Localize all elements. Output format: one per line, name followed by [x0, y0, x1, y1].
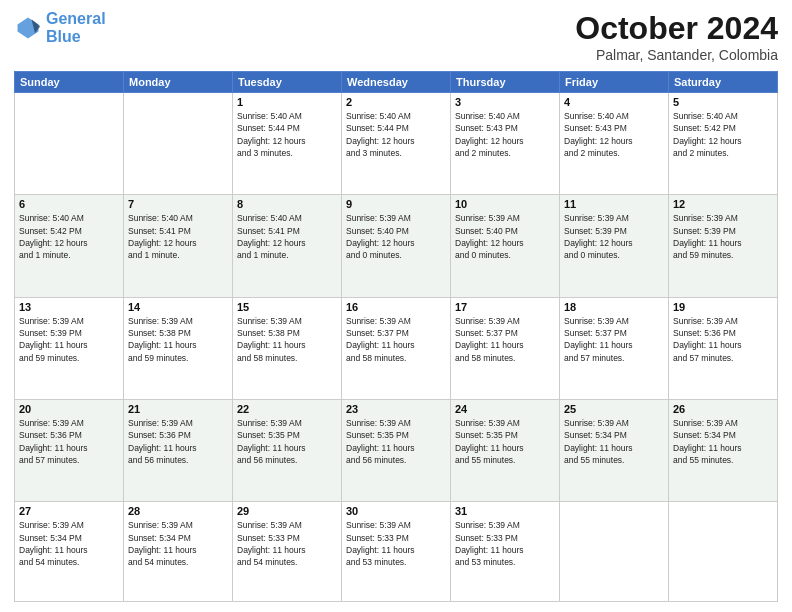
day-number: 10 — [455, 198, 555, 210]
day-number: 17 — [455, 301, 555, 313]
calendar-cell: 16Sunrise: 5:39 AM Sunset: 5:37 PM Dayli… — [342, 297, 451, 399]
calendar-cell: 4Sunrise: 5:40 AM Sunset: 5:43 PM Daylig… — [560, 93, 669, 195]
calendar-cell: 22Sunrise: 5:39 AM Sunset: 5:35 PM Dayli… — [233, 399, 342, 501]
calendar-week-row: 13Sunrise: 5:39 AM Sunset: 5:39 PM Dayli… — [15, 297, 778, 399]
day-info: Sunrise: 5:40 AM Sunset: 5:42 PM Dayligh… — [19, 212, 119, 261]
calendar-week-row: 6Sunrise: 5:40 AM Sunset: 5:42 PM Daylig… — [15, 195, 778, 297]
day-number: 28 — [128, 505, 228, 517]
day-number: 25 — [564, 403, 664, 415]
day-info: Sunrise: 5:39 AM Sunset: 5:37 PM Dayligh… — [455, 315, 555, 364]
day-info: Sunrise: 5:40 AM Sunset: 5:44 PM Dayligh… — [346, 110, 446, 159]
calendar-cell: 18Sunrise: 5:39 AM Sunset: 5:37 PM Dayli… — [560, 297, 669, 399]
day-info: Sunrise: 5:39 AM Sunset: 5:39 PM Dayligh… — [673, 212, 773, 261]
calendar-cell: 23Sunrise: 5:39 AM Sunset: 5:35 PM Dayli… — [342, 399, 451, 501]
calendar-cell: 11Sunrise: 5:39 AM Sunset: 5:39 PM Dayli… — [560, 195, 669, 297]
day-info: Sunrise: 5:39 AM Sunset: 5:38 PM Dayligh… — [128, 315, 228, 364]
calendar-cell: 6Sunrise: 5:40 AM Sunset: 5:42 PM Daylig… — [15, 195, 124, 297]
weekday-header-tuesday: Tuesday — [233, 72, 342, 93]
day-number: 16 — [346, 301, 446, 313]
calendar-cell: 27Sunrise: 5:39 AM Sunset: 5:34 PM Dayli… — [15, 502, 124, 602]
day-number: 18 — [564, 301, 664, 313]
day-number: 2 — [346, 96, 446, 108]
calendar-cell: 25Sunrise: 5:39 AM Sunset: 5:34 PM Dayli… — [560, 399, 669, 501]
day-number: 7 — [128, 198, 228, 210]
calendar-cell — [15, 93, 124, 195]
calendar-cell: 14Sunrise: 5:39 AM Sunset: 5:38 PM Dayli… — [124, 297, 233, 399]
calendar-cell — [124, 93, 233, 195]
calendar-cell: 17Sunrise: 5:39 AM Sunset: 5:37 PM Dayli… — [451, 297, 560, 399]
day-number: 12 — [673, 198, 773, 210]
weekday-header-sunday: Sunday — [15, 72, 124, 93]
day-number: 14 — [128, 301, 228, 313]
header: General Blue October 2024 Palmar, Santan… — [14, 10, 778, 63]
logo-text: General Blue — [46, 10, 106, 45]
day-info: Sunrise: 5:40 AM Sunset: 5:42 PM Dayligh… — [673, 110, 773, 159]
day-number: 5 — [673, 96, 773, 108]
calendar-cell — [560, 502, 669, 602]
day-info: Sunrise: 5:40 AM Sunset: 5:43 PM Dayligh… — [564, 110, 664, 159]
day-info: Sunrise: 5:39 AM Sunset: 5:33 PM Dayligh… — [346, 519, 446, 568]
calendar-cell: 31Sunrise: 5:39 AM Sunset: 5:33 PM Dayli… — [451, 502, 560, 602]
calendar-cell: 8Sunrise: 5:40 AM Sunset: 5:41 PM Daylig… — [233, 195, 342, 297]
calendar-week-row: 27Sunrise: 5:39 AM Sunset: 5:34 PM Dayli… — [15, 502, 778, 602]
calendar-week-row: 1Sunrise: 5:40 AM Sunset: 5:44 PM Daylig… — [15, 93, 778, 195]
day-number: 31 — [455, 505, 555, 517]
title-block: October 2024 Palmar, Santander, Colombia — [575, 10, 778, 63]
day-info: Sunrise: 5:39 AM Sunset: 5:34 PM Dayligh… — [19, 519, 119, 568]
day-number: 9 — [346, 198, 446, 210]
day-info: Sunrise: 5:39 AM Sunset: 5:37 PM Dayligh… — [564, 315, 664, 364]
day-info: Sunrise: 5:39 AM Sunset: 5:33 PM Dayligh… — [455, 519, 555, 568]
calendar-cell — [669, 502, 778, 602]
weekday-header-monday: Monday — [124, 72, 233, 93]
calendar-cell: 29Sunrise: 5:39 AM Sunset: 5:33 PM Dayli… — [233, 502, 342, 602]
day-info: Sunrise: 5:39 AM Sunset: 5:36 PM Dayligh… — [673, 315, 773, 364]
calendar-cell: 13Sunrise: 5:39 AM Sunset: 5:39 PM Dayli… — [15, 297, 124, 399]
day-info: Sunrise: 5:39 AM Sunset: 5:35 PM Dayligh… — [346, 417, 446, 466]
calendar-cell: 24Sunrise: 5:39 AM Sunset: 5:35 PM Dayli… — [451, 399, 560, 501]
day-number: 4 — [564, 96, 664, 108]
day-number: 24 — [455, 403, 555, 415]
day-info: Sunrise: 5:39 AM Sunset: 5:37 PM Dayligh… — [346, 315, 446, 364]
calendar-cell: 9Sunrise: 5:39 AM Sunset: 5:40 PM Daylig… — [342, 195, 451, 297]
day-number: 3 — [455, 96, 555, 108]
day-info: Sunrise: 5:39 AM Sunset: 5:35 PM Dayligh… — [237, 417, 337, 466]
calendar-cell: 20Sunrise: 5:39 AM Sunset: 5:36 PM Dayli… — [15, 399, 124, 501]
day-info: Sunrise: 5:39 AM Sunset: 5:33 PM Dayligh… — [237, 519, 337, 568]
logo: General Blue — [14, 10, 106, 45]
calendar-body: 1Sunrise: 5:40 AM Sunset: 5:44 PM Daylig… — [15, 93, 778, 602]
weekday-header-row: SundayMondayTuesdayWednesdayThursdayFrid… — [15, 72, 778, 93]
page: General Blue October 2024 Palmar, Santan… — [0, 0, 792, 612]
day-number: 26 — [673, 403, 773, 415]
calendar-cell: 28Sunrise: 5:39 AM Sunset: 5:34 PM Dayli… — [124, 502, 233, 602]
calendar-cell: 26Sunrise: 5:39 AM Sunset: 5:34 PM Dayli… — [669, 399, 778, 501]
calendar-cell: 15Sunrise: 5:39 AM Sunset: 5:38 PM Dayli… — [233, 297, 342, 399]
day-number: 21 — [128, 403, 228, 415]
day-info: Sunrise: 5:40 AM Sunset: 5:44 PM Dayligh… — [237, 110, 337, 159]
day-number: 27 — [19, 505, 119, 517]
weekday-header-wednesday: Wednesday — [342, 72, 451, 93]
day-number: 20 — [19, 403, 119, 415]
calendar-cell: 10Sunrise: 5:39 AM Sunset: 5:40 PM Dayli… — [451, 195, 560, 297]
day-info: Sunrise: 5:39 AM Sunset: 5:40 PM Dayligh… — [455, 212, 555, 261]
day-number: 6 — [19, 198, 119, 210]
day-info: Sunrise: 5:40 AM Sunset: 5:43 PM Dayligh… — [455, 110, 555, 159]
calendar-cell: 7Sunrise: 5:40 AM Sunset: 5:41 PM Daylig… — [124, 195, 233, 297]
month-title: October 2024 — [575, 10, 778, 47]
location: Palmar, Santander, Colombia — [575, 47, 778, 63]
calendar-cell: 3Sunrise: 5:40 AM Sunset: 5:43 PM Daylig… — [451, 93, 560, 195]
day-info: Sunrise: 5:39 AM Sunset: 5:36 PM Dayligh… — [19, 417, 119, 466]
day-number: 23 — [346, 403, 446, 415]
calendar-cell: 2Sunrise: 5:40 AM Sunset: 5:44 PM Daylig… — [342, 93, 451, 195]
day-number: 8 — [237, 198, 337, 210]
day-number: 15 — [237, 301, 337, 313]
logo-general: General — [46, 10, 106, 27]
day-info: Sunrise: 5:39 AM Sunset: 5:34 PM Dayligh… — [128, 519, 228, 568]
day-info: Sunrise: 5:40 AM Sunset: 5:41 PM Dayligh… — [128, 212, 228, 261]
weekday-header-saturday: Saturday — [669, 72, 778, 93]
day-info: Sunrise: 5:40 AM Sunset: 5:41 PM Dayligh… — [237, 212, 337, 261]
calendar-cell: 1Sunrise: 5:40 AM Sunset: 5:44 PM Daylig… — [233, 93, 342, 195]
calendar-week-row: 20Sunrise: 5:39 AM Sunset: 5:36 PM Dayli… — [15, 399, 778, 501]
day-info: Sunrise: 5:39 AM Sunset: 5:34 PM Dayligh… — [673, 417, 773, 466]
calendar-cell: 21Sunrise: 5:39 AM Sunset: 5:36 PM Dayli… — [124, 399, 233, 501]
weekday-header-friday: Friday — [560, 72, 669, 93]
